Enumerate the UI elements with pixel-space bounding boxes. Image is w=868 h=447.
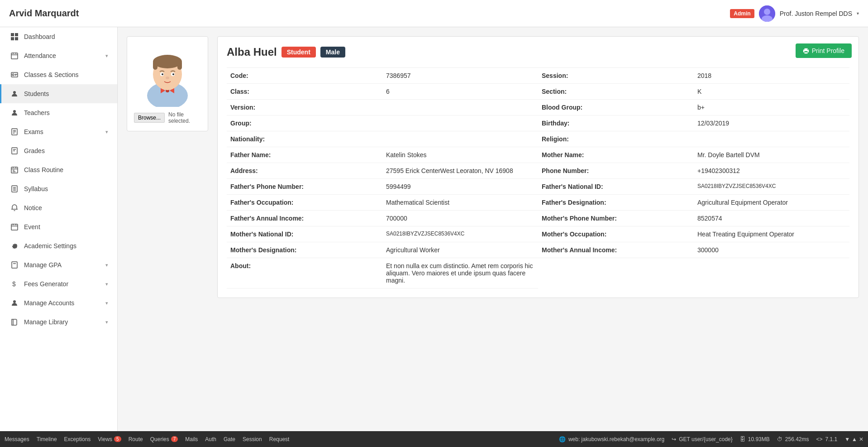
manage-gpa-arrow: ▾ — [105, 262, 108, 268]
web-icon: 🌐 — [559, 436, 566, 442]
sidebar-label-manage-gpa: Manage GPA — [24, 261, 62, 269]
maximize-icon[interactable]: ▲ — [852, 436, 857, 442]
user-dropdown-arrow[interactable]: ▾ — [857, 11, 859, 16]
minimize-icon[interactable]: ▼ — [844, 436, 850, 442]
profile-name-row: Alba Huel Student Male — [227, 46, 849, 58]
sidebar-item-attendance[interactable]: Attendance ▾ — [0, 46, 117, 65]
info-value-father-phone: 5994499 — [382, 179, 538, 195]
info-value-class: 6 — [382, 84, 538, 100]
sidebar-item-grades[interactable]: Grades — [0, 141, 117, 160]
close-icon[interactable]: ✕ — [859, 436, 863, 442]
bottom-queries[interactable]: Queries 7 — [150, 436, 178, 442]
sidebar-label-fees-generator: Fees Generator — [24, 280, 68, 288]
bottom-session[interactable]: Session — [243, 436, 262, 442]
svg-point-12 — [12, 74, 14, 76]
info-label: Mother's National ID: — [227, 226, 382, 242]
info-label: Mother Name: — [538, 147, 694, 163]
info-label: Father's Annual Income: — [227, 211, 382, 226]
sidebar-item-classes-sections[interactable]: Classes & Sections — [0, 65, 117, 84]
sidebar: Dashboard Attendance ▾ Classes & Section… — [0, 27, 118, 431]
info-label: Father's National ID: — [538, 179, 694, 195]
sidebar-item-teachers[interactable]: Teachers — [0, 103, 117, 122]
manage-accounts-arrow: ▾ — [105, 300, 108, 306]
sidebar-item-notice[interactable]: Notice — [0, 198, 117, 217]
manage-accounts-icon — [10, 299, 19, 307]
bottom-views-label: Views — [98, 436, 112, 442]
info-value-version — [382, 100, 538, 115]
exams-arrow: ▾ — [105, 129, 108, 135]
svg-text:$: $ — [12, 280, 16, 288]
info-row-1: Code: 7386957 Session: 2018 — [227, 68, 849, 84]
sidebar-item-manage-gpa[interactable]: Manage GPA ▾ — [0, 255, 117, 274]
sidebar-label-class-routine: Class Routine — [24, 166, 63, 173]
bell-icon — [10, 204, 19, 212]
sidebar-label-syllabus: Syllabus — [24, 185, 48, 192]
bottom-auth[interactable]: Auth — [205, 436, 216, 442]
arrow-icon: ↪ — [672, 436, 676, 442]
info-value-blood-group: b+ — [694, 100, 849, 115]
info-value-religion — [694, 131, 849, 147]
sidebar-item-class-routine[interactable]: Class Routine — [0, 160, 117, 179]
info-label: Mother's Designation: — [227, 242, 382, 258]
sidebar-item-students[interactable]: Students — [0, 84, 117, 103]
info-label: Father's Occupation: — [227, 195, 382, 211]
info-row-2: Class: 6 Section: K — [227, 84, 849, 100]
info-label: About: — [227, 258, 382, 288]
bottom-gate[interactable]: Gate — [224, 436, 235, 442]
manage-gpa-icon — [10, 261, 19, 269]
sidebar-item-manage-library[interactable]: Manage Library ▾ — [0, 312, 117, 332]
info-row-10: Father's Annual Income: 700000 Mother's … — [227, 211, 849, 226]
bottom-route-text: GET user/{user_code} — [679, 436, 733, 442]
bottom-route-label: Route — [129, 436, 143, 442]
clock-icon: ⏱ — [777, 436, 782, 442]
bottom-route[interactable]: Route — [129, 436, 143, 442]
sidebar-item-fees-generator[interactable]: $ Fees Generator ▾ — [0, 274, 117, 293]
sidebar-item-exams[interactable]: Exams ▾ — [0, 122, 117, 141]
svg-rect-6 — [15, 37, 18, 40]
bottom-mails[interactable]: Mails — [185, 436, 198, 442]
sidebar-item-manage-accounts[interactable]: Manage Accounts ▾ — [0, 293, 117, 312]
book-icon — [10, 318, 19, 326]
main-layout: Dashboard Attendance ▾ Classes & Section… — [0, 27, 868, 431]
bottom-request[interactable]: Request — [269, 436, 290, 442]
bottom-exceptions-label: Exceptions — [64, 436, 91, 442]
sidebar-item-dashboard[interactable]: Dashboard — [0, 27, 117, 46]
info-value-birthday: 12/03/2019 — [694, 115, 849, 131]
bottom-exceptions[interactable]: Exceptions — [64, 436, 91, 442]
sidebar-item-syllabus[interactable]: Syllabus — [0, 179, 117, 198]
gear-icon — [10, 242, 19, 250]
info-value-address: 27595 Erick CenterWest Leoraton, NV 1690… — [382, 163, 538, 179]
info-value-code: 7386957 — [382, 68, 538, 84]
memory-icon: 🗄 — [740, 436, 745, 442]
info-value-mother-designation: Agricultural Worker — [382, 242, 538, 258]
user-name: Prof. Juston Rempel DDS — [780, 10, 852, 17]
bottom-bar: Messages Timeline Exceptions Views 5 Rou… — [0, 431, 868, 447]
bottom-messages[interactable]: Messages — [5, 436, 29, 442]
bottom-time-text: 256.42ms — [785, 436, 809, 442]
bottom-views[interactable]: Views 5 — [98, 436, 121, 442]
sidebar-item-academic-settings[interactable]: Academic Settings — [0, 236, 117, 255]
info-label: Mother's Occupation: — [538, 226, 694, 242]
bottom-timeline[interactable]: Timeline — [37, 436, 57, 442]
print-profile-button[interactable]: Print Profile — [796, 43, 852, 58]
bottom-timeline-label: Timeline — [37, 436, 57, 442]
info-label: Father's Designation: — [538, 195, 694, 211]
bottom-right-info: 🌐 web: jakubowski.rebekah@example.org ↪ … — [559, 436, 863, 442]
info-value-group — [382, 115, 538, 131]
profile-photo-area: Browse... No file selected. — [127, 36, 208, 131]
syllabus-icon — [10, 185, 19, 193]
svg-point-57 — [162, 73, 163, 75]
svg-rect-53 — [153, 61, 157, 70]
student-avatar-illustration — [136, 43, 199, 107]
admin-badge: Admin — [730, 9, 754, 18]
svg-point-16 — [13, 110, 16, 113]
info-row-9: Father's Occupation: Mathematical Scient… — [227, 195, 849, 211]
sidebar-item-event[interactable]: Event — [0, 217, 117, 236]
info-value-father-national-id: SA0218IBYZVZJSEC8536V4XC — [694, 179, 849, 195]
attendance-arrow: ▾ — [105, 53, 108, 59]
info-value-mother-national-id: SA0218IBYZVZJSEC8536V4XC — [382, 226, 538, 242]
header-right: Admin Prof. Juston Rempel DDS ▾ — [730, 5, 859, 22]
browse-button[interactable]: Browse... — [134, 113, 165, 123]
bottom-queries-badge: 7 — [171, 436, 178, 442]
profile-info-table: Code: 7386957 Session: 2018 Class: 6 Sec… — [227, 67, 849, 288]
